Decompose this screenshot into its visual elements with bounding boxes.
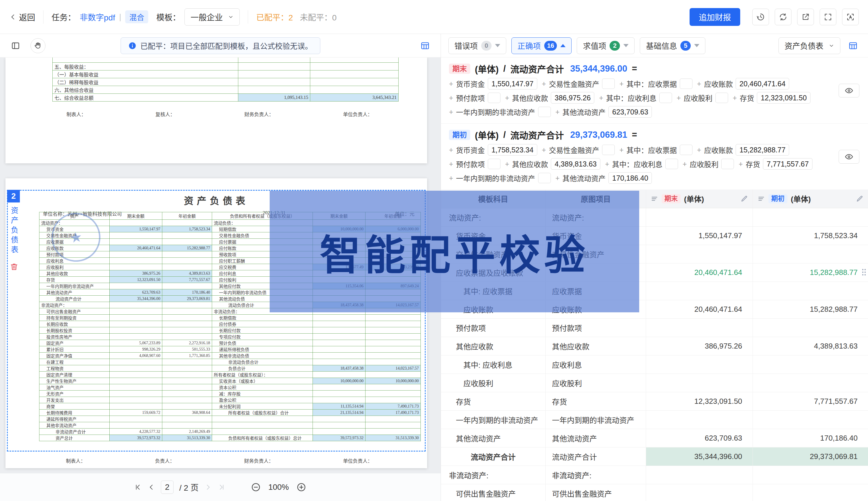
term-value-box[interactable]: 1,550,147.97	[488, 78, 537, 89]
sync-button[interactable]	[775, 9, 792, 25]
fit-screen-button[interactable]	[842, 9, 859, 25]
hand-tool-button[interactable]	[31, 38, 45, 53]
end-value-cell[interactable]: 12,323,091.50	[646, 392, 753, 411]
begin-value-cell[interactable]	[753, 318, 868, 337]
end-value-cell[interactable]	[646, 245, 753, 263]
table-row[interactable]: 流动资产合计流动资产合计35,344,396.0029,373,069.81	[441, 447, 868, 466]
term-value-box[interactable]: 12,323,091.50	[757, 92, 811, 104]
export-button[interactable]	[797, 9, 814, 25]
column-header-original[interactable]: 原图项目	[546, 190, 646, 208]
term-value-box[interactable]	[488, 159, 501, 169]
end-value-cell[interactable]	[646, 484, 753, 501]
table-row[interactable]: 预付款项预付款项	[441, 318, 868, 337]
sheet-side-tab[interactable]: 资产负债表	[8, 206, 20, 271]
table-row[interactable]: 存货存货12,323,091.507,771,557.67	[441, 392, 868, 411]
edit-icon[interactable]	[741, 195, 748, 202]
begin-value-cell[interactable]: 15,282,988.77	[753, 263, 868, 281]
begin-value-cell[interactable]	[753, 281, 868, 300]
term-value-box[interactable]: 170,186.40	[608, 172, 652, 184]
toggle-visibility-button[interactable]	[839, 150, 859, 164]
term-value-box[interactable]	[602, 78, 615, 89]
filter-basic-info[interactable]: 基础信息 5	[640, 38, 705, 54]
prev-page-button[interactable]	[148, 483, 155, 491]
begin-value-cell[interactable]: 29,373,069.81	[753, 447, 868, 466]
begin-value-cell[interactable]: 15,282,988.77	[753, 300, 868, 318]
last-page-button[interactable]	[218, 483, 225, 491]
column-header-end[interactable]: 期末 (单体)	[646, 190, 753, 208]
term-value-box[interactable]: 623,709.63	[608, 106, 652, 118]
column-header-template[interactable]: 模板科目	[441, 190, 546, 208]
end-value-cell[interactable]	[646, 281, 753, 300]
column-settings-button[interactable]	[846, 38, 860, 53]
term-value-box[interactable]	[666, 159, 678, 169]
end-value-cell[interactable]: 386,975.26	[646, 337, 753, 355]
term-value-box[interactable]	[659, 93, 672, 103]
table-row[interactable]: 其中: 应收利息应收利息	[441, 355, 868, 374]
table-row[interactable]: 货币资金货币资金1,550,147.971,758,523.34	[441, 226, 868, 245]
drag-handle[interactable]	[862, 268, 866, 276]
next-page-button[interactable]	[204, 483, 212, 491]
begin-value-cell[interactable]: 1,758,523.34	[753, 226, 868, 245]
term-value-box[interactable]	[680, 145, 692, 155]
begin-value-cell[interactable]	[753, 374, 868, 392]
end-value-cell[interactable]	[646, 411, 753, 429]
history-button[interactable]	[752, 9, 769, 25]
term-value-box[interactable]	[721, 159, 734, 169]
trash-icon[interactable]	[10, 262, 18, 271]
begin-value-cell[interactable]	[753, 208, 868, 226]
term-value-box[interactable]: 7,771,557.67	[763, 158, 813, 170]
append-report-button[interactable]: 追加财报	[690, 8, 740, 26]
begin-value-cell[interactable]	[753, 484, 868, 501]
begin-value-cell[interactable]	[753, 355, 868, 374]
sheet-selector[interactable]: 资产负债表	[778, 38, 840, 54]
filter-error-items[interactable]: 错误项 0	[448, 38, 506, 54]
table-row[interactable]: 可供出售金融资产可供出售金融资产	[441, 484, 868, 501]
first-page-button[interactable]	[134, 483, 142, 491]
table-row[interactable]: 交易性金融资产交易性金融资产	[441, 245, 868, 263]
begin-value-cell[interactable]: 7,771,557.67	[753, 392, 868, 411]
table-row[interactable]: 应收股利应收股利	[441, 374, 868, 392]
term-value-box[interactable]	[602, 145, 615, 155]
term-value-box[interactable]	[715, 93, 728, 103]
term-value-box[interactable]	[538, 173, 551, 183]
table-row[interactable]: 流动资产:流动资产:	[441, 208, 868, 226]
table-row[interactable]: 其中: 应收票据应收票据	[441, 281, 868, 300]
term-value-box[interactable]	[680, 78, 692, 89]
end-value-cell[interactable]	[646, 318, 753, 337]
term-value-box[interactable]	[538, 107, 551, 117]
end-value-cell[interactable]	[646, 208, 753, 226]
region-settings-button[interactable]	[418, 38, 432, 53]
zoom-out-button[interactable]	[251, 482, 261, 492]
end-value-cell[interactable]	[646, 355, 753, 374]
end-value-cell[interactable]: 623,709.63	[646, 429, 753, 447]
current-page-input[interactable]: 2	[161, 481, 174, 494]
document-canvas[interactable]: 五、每股收益：（一）基本每股收益（二）稀释每股收益六、其他综合收益七、综合收益总…	[0, 57, 441, 501]
end-value-cell[interactable]	[646, 374, 753, 392]
thumbnail-panel-button[interactable]	[8, 38, 23, 53]
document-page-2[interactable]: 2 资产负债表 ★ 资产负债表 单位名称：苏州××智能科技有限公司 2021-1…	[6, 178, 427, 468]
term-value-box[interactable]: 15,282,988.77	[735, 144, 789, 156]
toggle-visibility-button[interactable]	[839, 84, 859, 97]
sheet-tab-label[interactable]: 资产负债表	[9, 206, 20, 255]
table-row[interactable]: 应收票据及应收账款20,460,471.6415,282,988.77	[441, 263, 868, 281]
template-select[interactable]: 一般企业	[185, 8, 240, 25]
begin-value-cell[interactable]	[753, 245, 868, 263]
end-value-cell[interactable]: 35,344,396.00	[646, 447, 753, 466]
table-row[interactable]: 其他应收款其他应收款386,975.264,389,813.63	[441, 337, 868, 355]
zoom-in-button[interactable]	[296, 482, 306, 492]
begin-value-cell[interactable]: 170,186.40	[753, 429, 868, 447]
back-button[interactable]: 返回	[9, 11, 35, 23]
table-row[interactable]: 其他流动资产其他流动资产623,709.63170,186.40	[441, 429, 868, 447]
table-row[interactable]: 非流动资产:非流动资产:	[441, 466, 868, 484]
filter-correct-items[interactable]: 正确项 16	[511, 38, 572, 54]
term-value-box[interactable]: 386,975.26	[551, 92, 594, 104]
end-value-cell[interactable]	[646, 466, 753, 484]
term-value-box[interactable]: 20,460,471.64	[735, 78, 789, 89]
column-header-begin[interactable]: 期初 (单体)	[753, 190, 868, 208]
table-row[interactable]: 一年内到期的非流动资产一年内到期的非流动资产	[441, 411, 868, 429]
term-value-box[interactable]	[488, 93, 501, 103]
begin-value-cell[interactable]: 4,389,813.63	[753, 337, 868, 355]
term-value-box[interactable]: 1,758,523.34	[488, 144, 537, 156]
begin-value-cell[interactable]	[753, 466, 868, 484]
end-value-cell[interactable]: 20,460,471.64	[646, 300, 753, 318]
